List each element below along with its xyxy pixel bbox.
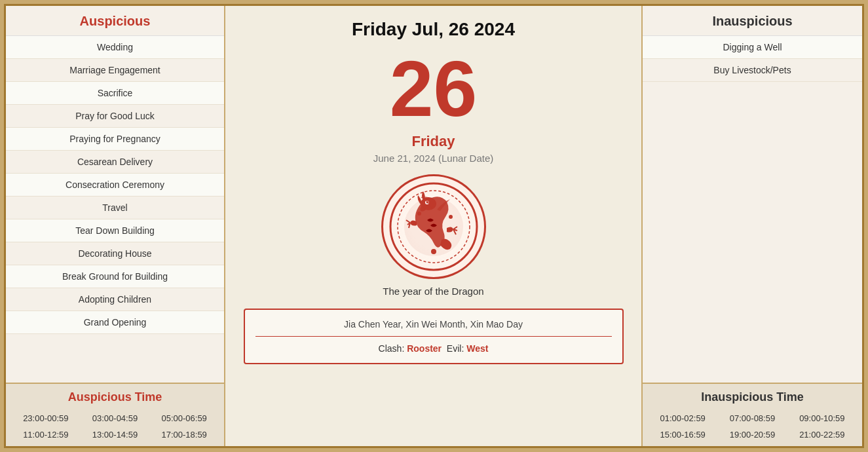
time-cell: 03:00-04:59 [81, 412, 150, 424]
left-panel: Auspicious WeddingMarriage EngagementSac… [6, 6, 225, 446]
dragon-emblem [381, 174, 486, 279]
list-item: Digging a Well [643, 36, 862, 59]
date-title: Friday Jul, 26 2024 [352, 19, 515, 40]
info-box-line2: Clash: Rooster Evil: West [255, 343, 612, 354]
list-item: Break Ground for Building [6, 265, 224, 288]
list-item: Cesarean Delivery [6, 151, 224, 174]
list-item: Decorating House [6, 242, 224, 265]
evil-value: West [466, 343, 488, 354]
list-item: Sacrifice [6, 82, 224, 105]
auspicious-header: Auspicious [6, 6, 224, 36]
svg-point-7 [431, 249, 436, 254]
list-item: Travel [6, 197, 224, 219]
evil-label: Evil: [447, 343, 464, 354]
time-cell: 09:00-10:59 [787, 412, 857, 424]
info-box: Jia Chen Year, Xin Wei Month, Xin Mao Da… [244, 309, 624, 364]
auspicious-time-section: Auspicious Time 23:00-00:5903:00-04:5905… [6, 383, 224, 446]
lunar-label: (Lunar Date) [438, 153, 493, 164]
inauspicious-list: Digging a WellBuy Livestock/Pets [643, 36, 862, 383]
time-cell: 17:00-18:59 [149, 428, 219, 441]
time-cell: 05:00-06:59 [149, 412, 219, 424]
day-number: 26 [390, 49, 477, 128]
center-panel: Friday Jul, 26 2024 26 Friday June 21, 2… [225, 6, 643, 446]
time-cell: 01:00-02:59 [648, 412, 717, 424]
list-item: Adopting Children [6, 288, 224, 311]
svg-point-5 [417, 212, 421, 216]
clash-label: Clash: [379, 343, 405, 354]
auspicious-time-header: Auspicious Time [11, 390, 219, 404]
year-label: The year of the Dragon [383, 286, 483, 297]
list-item: Consecration Ceremony [6, 174, 224, 197]
inauspicious-title: Inauspicious [712, 14, 792, 28]
list-item: Buy Livestock/Pets [643, 59, 862, 82]
inauspicious-time-section: Inauspicious Time 01:00-02:5907:00-08:59… [643, 383, 862, 446]
list-item: Tear Down Building [6, 219, 224, 242]
time-cell: 15:00-16:59 [648, 428, 717, 441]
auspicious-title: Auspicious [80, 14, 151, 28]
info-box-line1: Jia Chen Year, Xin Wei Month, Xin Mao Da… [255, 319, 612, 337]
right-panel: Inauspicious Digging a WellBuy Livestock… [643, 6, 862, 446]
time-cell: 23:00-00:59 [11, 412, 81, 424]
time-cell: 19:00-20:59 [717, 428, 787, 441]
inauspicious-header: Inauspicious [643, 6, 862, 36]
list-item: Praying for Pregnancy [6, 128, 224, 151]
auspicious-time-grid: 23:00-00:5903:00-04:5905:00-06:5911:00-1… [11, 412, 219, 441]
list-item: Marriage Engagement [6, 59, 224, 82]
lunar-date-value: June 21, 2024 [373, 153, 436, 164]
list-item: Grand Opening [6, 311, 224, 334]
time-cell: 21:00-22:59 [787, 428, 857, 441]
time-cell: 11:00-12:59 [11, 428, 81, 441]
list-item: Pray for Good Luck [6, 105, 224, 128]
clash-value: Rooster [407, 343, 442, 354]
time-cell: 13:00-14:59 [81, 428, 150, 441]
lunar-date: June 21, 2024 (Lunar Date) [373, 153, 493, 164]
svg-point-6 [449, 215, 453, 219]
inauspicious-time-grid: 01:00-02:5907:00-08:5909:00-10:5915:00-1… [648, 412, 857, 441]
auspicious-list: WeddingMarriage EngagementSacrificePray … [6, 36, 224, 383]
dragon-svg [388, 181, 480, 273]
inauspicious-time-header: Inauspicious Time [648, 390, 857, 404]
list-item: Wedding [6, 36, 224, 59]
day-name: Friday [411, 133, 455, 150]
time-cell: 07:00-08:59 [717, 412, 787, 424]
